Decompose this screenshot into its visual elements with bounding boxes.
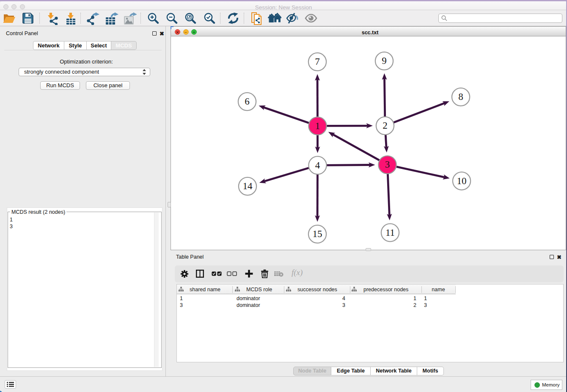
svg-text:7: 7 [315,56,320,67]
svg-text:3: 3 [385,159,390,170]
svg-text:14: 14 [243,181,253,191]
svg-text:1: 1 [315,121,320,131]
svg-text:6: 6 [245,96,250,107]
svg-text:4: 4 [315,160,320,171]
svg-text:11: 11 [385,227,395,238]
svg-text:15: 15 [313,229,322,239]
svg-text:9: 9 [382,55,387,66]
svg-text:8: 8 [458,91,463,102]
svg-text:2: 2 [383,120,388,131]
svg-text:10: 10 [457,176,467,186]
